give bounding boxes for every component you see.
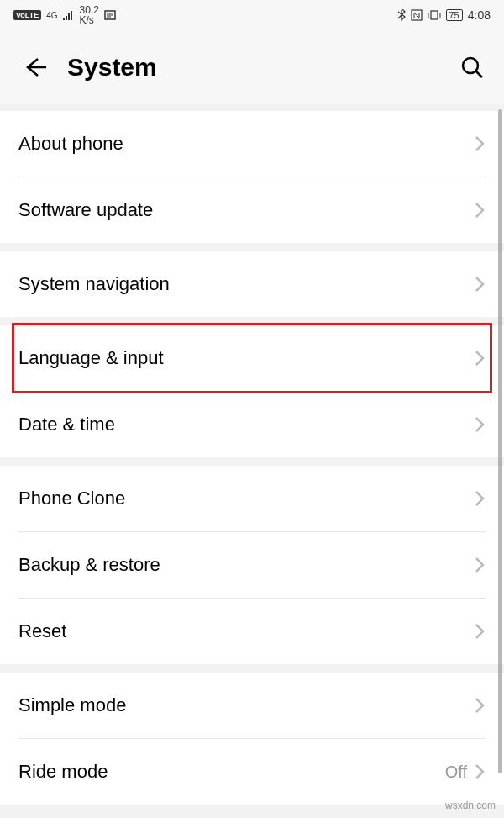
row-label: Reset [18,620,474,642]
row-label: Date & time [18,414,474,435]
chevron-right-icon [474,135,486,153]
date-time-row[interactable]: Date & time [0,392,504,457]
chevron-right-icon [474,349,486,367]
scrollbar[interactable] [498,109,502,773]
row-label: Language & input [18,347,474,369]
search-icon [460,55,484,79]
row-label: Ride mode [18,761,445,783]
row-label: Phone Clone [18,488,474,509]
svg-point-8 [463,58,478,73]
chevron-right-icon [474,489,486,508]
search-button[interactable] [455,50,489,84]
row-label: Software update [18,199,474,221]
data-speed: 30.2K/s [80,5,99,25]
phone-clone-row[interactable]: Phone Clone [0,466,504,531]
settings-group: Language & input Date & time [0,325,504,457]
simple-mode-row[interactable]: Simple mode [0,673,504,738]
row-label: About phone [18,133,474,155]
status-bar: VoLTE 4G 30.2K/s 75 4:08 [0,0,504,30]
chevron-right-icon [474,622,486,641]
row-value: Off [445,763,467,782]
back-arrow-icon [23,55,48,80]
settings-group: About phone Software update [0,111,504,243]
network-type: 4G [46,11,57,20]
signal-icon [63,10,75,20]
settings-group: Phone Clone Backup & restore Reset [0,466,504,664]
clock: 4:08 [468,8,491,22]
chevron-right-icon [474,275,486,293]
chevron-right-icon [474,556,486,574]
backup-restore-row[interactable]: Backup & restore [0,532,504,598]
battery-level: 75 [446,9,463,21]
language-input-row[interactable]: Language & input [0,325,504,391]
back-button[interactable] [18,50,52,84]
about-phone-row[interactable]: About phone [0,111,504,177]
volte-icon: VoLTE [13,10,41,20]
page-title: System [67,53,455,82]
app-header: System [0,30,504,104]
watermark: wsxdn.com [445,800,496,811]
settings-group: Simple mode Ride mode Off [0,673,504,805]
ride-mode-row[interactable]: Ride mode Off [0,739,504,805]
nfc-icon [411,9,423,21]
chevron-right-icon [474,201,486,219]
row-label: Backup & restore [18,554,474,576]
sim-icon [104,9,116,21]
status-left: VoLTE 4G 30.2K/s [13,5,116,25]
status-right: 75 4:08 [397,8,491,22]
row-label: System navigation [18,273,474,295]
row-label: Simple mode [18,694,474,716]
settings-group: System navigation [0,251,504,317]
vibrate-icon [428,9,441,21]
svg-line-9 [476,71,482,77]
svg-rect-5 [431,11,438,19]
chevron-right-icon [474,415,486,434]
system-navigation-row[interactable]: System navigation [0,251,504,317]
bluetooth-icon [397,9,406,21]
chevron-right-icon [474,696,486,715]
reset-row[interactable]: Reset [0,599,504,664]
software-update-row[interactable]: Software update [0,177,504,243]
chevron-right-icon [474,763,486,781]
